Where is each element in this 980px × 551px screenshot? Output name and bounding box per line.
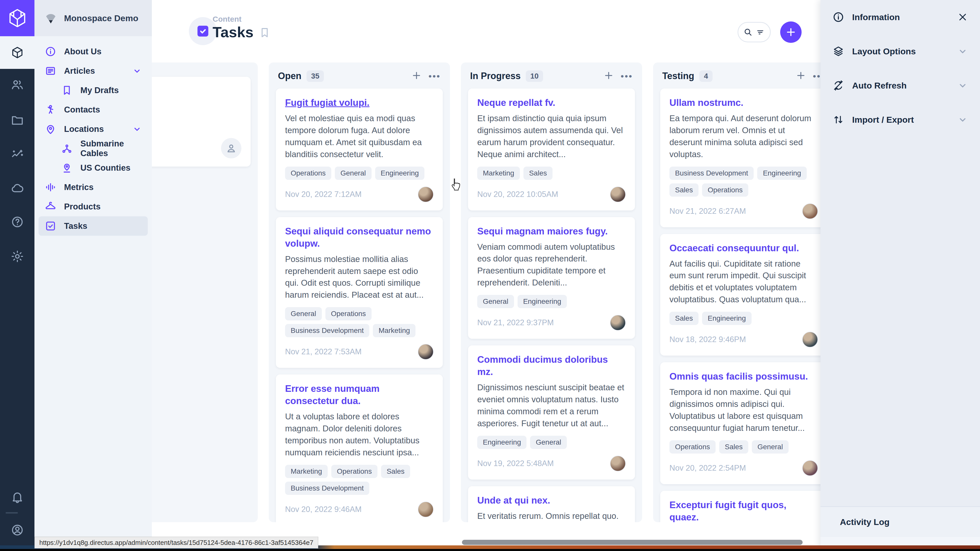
project-switcher[interactable]: Monospace Demo xyxy=(35,0,152,36)
task-card[interactable]: Fugit fugiat volupi.Vel et molestiae qui… xyxy=(276,89,443,210)
sidebar-item-articles[interactable]: Articles xyxy=(38,61,148,81)
sidebar-item-label: Tasks xyxy=(64,221,87,231)
sidebar-item-metrics[interactable]: Metrics xyxy=(38,178,148,197)
sidebar-item-tasks[interactable]: Tasks xyxy=(38,216,148,236)
chevron-down-icon[interactable] xyxy=(957,46,968,57)
task-card[interactable]: Commodi ducimus doloribus mz.Dignissimos… xyxy=(468,345,635,480)
chevron-down-icon[interactable] xyxy=(957,114,968,125)
tag-chip: Operations xyxy=(702,183,748,197)
column-header xyxy=(152,62,258,76)
card-title[interactable]: Unde at qui nex. xyxy=(477,494,626,507)
search-filter-pill[interactable] xyxy=(738,22,771,42)
task-card[interactable]: Occaecati consequuntur qul.Aut facilis q… xyxy=(660,234,827,356)
column-title: In Progress xyxy=(470,71,520,81)
tag-chip: Sales xyxy=(670,312,698,325)
panel-import-export[interactable]: Import / Export xyxy=(821,103,980,137)
card-description: Veniam commodi autem voluptatibus eos do… xyxy=(477,241,626,289)
card-title[interactable]: Sequi aliquid consequatur nemo volupw. xyxy=(285,225,434,250)
card-footer: PM xyxy=(152,138,242,159)
module-users-icon[interactable] xyxy=(9,76,26,93)
tag-chip: General xyxy=(477,295,514,308)
bookmark-icon[interactable] xyxy=(259,27,271,40)
module-help-icon[interactable] xyxy=(9,213,26,230)
card-title[interactable]: Commodi ducimus doloribus mz. xyxy=(477,354,626,378)
column-menu-icon[interactable]: ••• xyxy=(620,71,633,81)
sidebar-item-about-us[interactable]: About Us xyxy=(38,42,148,61)
task-card[interactable]: Excepturi fugit fugit quos, quaez.Ipsa n… xyxy=(660,491,827,522)
card-title[interactable]: Excepturi fugit fugit quos, quaez. xyxy=(670,499,818,522)
card-title[interactable]: Ullam nostrumc. xyxy=(670,97,818,109)
card-date: Nov 20, 2022 9:46AM xyxy=(285,505,362,514)
panel-information[interactable]: Information xyxy=(821,0,980,34)
card-title[interactable]: Occaecati consequuntur qul. xyxy=(670,242,818,254)
card-title[interactable]: Sequi magnam maiores fugy. xyxy=(477,225,626,238)
card-title[interactable]: Neque repellat fv. xyxy=(477,97,626,109)
task-card[interactable]: Neque repellat fv.Et ipsam distinctio qu… xyxy=(468,89,635,210)
card-title[interactable]: Error esse numquam consectetur dua. xyxy=(285,383,434,407)
task-card[interactable]: Omnis quas facilis possimusu.Tempora id … xyxy=(660,362,827,484)
tasks-icon xyxy=(196,24,210,38)
card-list: Ullam nostrumc.Ea tempora qui. Aut deser… xyxy=(653,87,834,522)
module-cloud-icon[interactable] xyxy=(9,180,26,197)
panel-layout-options[interactable]: Layout Options xyxy=(821,34,980,68)
module-content[interactable] xyxy=(0,36,35,69)
sidebar-item-products[interactable]: Products xyxy=(38,197,148,216)
card-title[interactable]: ished task xyxy=(152,85,242,97)
task-card[interactable]: Sequi magnam maiores fugy.Veniam commodi… xyxy=(468,217,635,339)
add-card-icon[interactable] xyxy=(795,70,806,82)
card-description: Tempora id non maxime. Qui qui dignissim… xyxy=(670,386,818,434)
module-settings-icon[interactable] xyxy=(9,248,26,265)
create-item-button[interactable] xyxy=(780,21,802,43)
pin-icon xyxy=(60,162,73,174)
project-name: Monospace Demo xyxy=(64,13,138,23)
sidebar-item-my-drafts[interactable]: My Drafts xyxy=(38,81,148,100)
card-footer: Nov 20, 2022 7:12AM xyxy=(285,186,434,202)
bell-icon[interactable] xyxy=(9,489,26,505)
avatar xyxy=(418,344,434,360)
card-description: Ut a voluptas labore et dolores magnam. … xyxy=(285,411,434,458)
sidebar-item-label: About Us xyxy=(64,47,102,56)
column-actions: ••• xyxy=(603,70,633,82)
add-card-icon[interactable] xyxy=(603,70,614,82)
chevron-down-icon[interactable] xyxy=(132,124,142,134)
card-description: Aut facilis qui. Cupiditate sit ratione … xyxy=(670,258,818,306)
tag-chip: General xyxy=(752,440,789,454)
task-card[interactable]: Unde at qui nex.Et veritatis rerum. Omni… xyxy=(468,486,635,522)
task-card[interactable]: ished taskPM xyxy=(152,77,251,167)
avatar xyxy=(418,502,434,517)
panel-item-label: Layout Options xyxy=(852,46,916,56)
breadcrumb: Content xyxy=(213,15,242,24)
app-logo[interactable] xyxy=(0,0,35,36)
horizontal-scrollbar[interactable] xyxy=(462,540,803,545)
activity-log-button[interactable]: Activity Log xyxy=(821,507,980,537)
chevron-down-icon[interactable] xyxy=(132,66,142,76)
status-url-text: https://y1dv1q8g.directus.app/admin/cont… xyxy=(39,539,313,547)
card-title[interactable]: Omnis quas facilis possimusu. xyxy=(670,370,818,383)
column-menu-icon[interactable]: ••• xyxy=(428,71,441,81)
user-circle-icon[interactable] xyxy=(9,522,26,538)
chevron-down-icon[interactable] xyxy=(957,80,968,91)
tag-chip: Operations xyxy=(325,307,372,321)
sidebar-item-locations[interactable]: Locations xyxy=(38,119,148,139)
sidebar-item-label: My Drafts xyxy=(80,86,119,95)
task-card[interactable]: Sequi aliquid consequatur nemo volupw.Po… xyxy=(276,217,443,368)
sidebar-item-us-counties[interactable]: US Counties xyxy=(38,158,148,178)
panel-auto-refresh[interactable]: Auto Refresh xyxy=(821,68,980,103)
layers-icon xyxy=(832,45,845,57)
sidebar-item-label: Contacts xyxy=(64,105,100,114)
tag-chip: Operations xyxy=(670,440,716,454)
card-footer: Nov 20, 2022 9:46AM xyxy=(285,502,434,517)
module-folder-icon[interactable] xyxy=(9,112,26,129)
module-insights-icon[interactable] xyxy=(9,146,26,163)
task-card[interactable]: Ullam nostrumc.Ea tempora qui. Aut deser… xyxy=(660,89,827,227)
add-card-icon[interactable] xyxy=(411,70,422,82)
sidebar-item-submarine-cables[interactable]: Submarine Cables xyxy=(38,139,148,158)
card-list: ished taskPM xyxy=(152,76,258,174)
sidebar-item-contacts[interactable]: Contacts xyxy=(38,100,148,119)
task-card[interactable]: Error esse numquam consectetur dua.Ut a … xyxy=(276,375,443,522)
kanban-column-testing: Testing4•••Ullam nostrumc.Ea tempora qui… xyxy=(653,62,834,522)
card-title[interactable]: Fugit fugiat volupi. xyxy=(285,97,434,109)
column-count-badge: 35 xyxy=(307,70,324,82)
tag-chip: Marketing xyxy=(373,324,415,337)
close-icon[interactable] xyxy=(957,11,968,23)
